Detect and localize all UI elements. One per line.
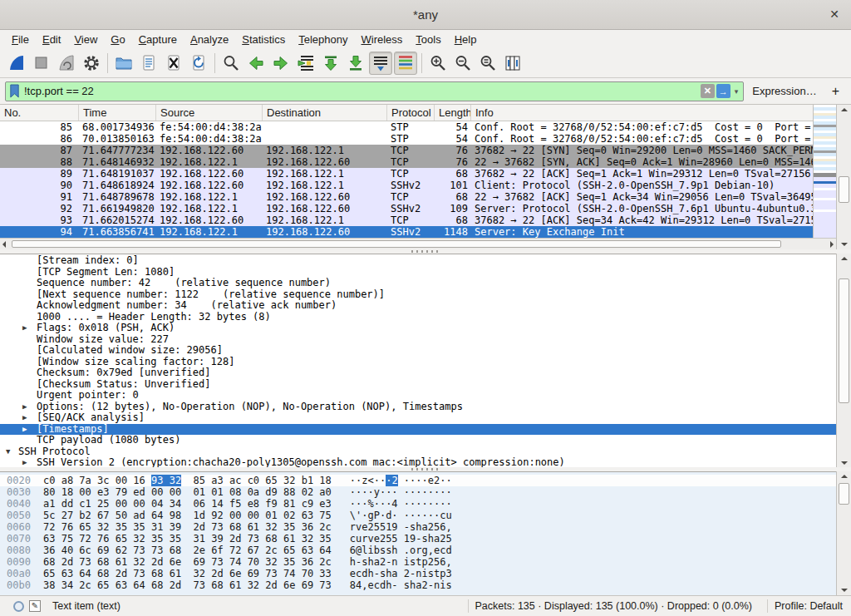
detail-line[interactable]: [Checksum Status: Unverified]: [0, 379, 836, 391]
hex-ascii[interactable]: curve255 19-sha25: [350, 533, 452, 545]
detail-line[interactable]: [Window size scaling factor: 128]: [0, 357, 836, 368]
filter-clear-button[interactable]: ✕: [701, 84, 715, 98]
packet-row[interactable]: 8871.648146932192.168.122.1192.168.122.6…: [0, 156, 813, 168]
detail-line[interactable]: [Stream index: 0]: [0, 255, 836, 267]
detail-line[interactable]: ▶[SEQ/ACK analysis]: [0, 412, 836, 424]
hex-ascii[interactable]: \'·gP·d· ······cu: [350, 510, 452, 521]
find-packet-button[interactable]: [219, 52, 243, 75]
hex-row[interactable]: 0040a1 dd c1 25 00 00 04 34 06 14 f5 e8 …: [0, 498, 836, 510]
menu-view[interactable]: View: [67, 32, 104, 47]
detail-line[interactable]: Acknowledgment number: 34 (relative ack …: [0, 300, 836, 312]
menu-analyze[interactable]: Analyze: [184, 32, 235, 47]
hex-bytes[interactable]: 65 63 64 68 2d 73 68 61 32 2d 6e 69 73 7…: [43, 568, 332, 579]
detail-line[interactable]: Window size value: 227: [0, 334, 836, 346]
close-window-button[interactable]: ✕: [829, 7, 839, 21]
zoom-in-button[interactable]: [426, 52, 450, 75]
go-to-packet-button[interactable]: [294, 52, 317, 75]
expander-icon[interactable]: ▶: [22, 323, 34, 334]
packet-row[interactable]: 8568.001734936fe:54:00:d4:38:2aSTP54Conf…: [0, 121, 813, 133]
column-source[interactable]: Source: [156, 105, 263, 121]
column-no[interactable]: No.: [0, 105, 79, 121]
hex-bytes[interactable]: 68 2d 73 68 61 32 2d 6e 69 73 74 70 32 3…: [43, 556, 332, 568]
go-back-button[interactable]: [244, 52, 268, 75]
menu-help[interactable]: Help: [448, 32, 484, 47]
hex-ascii[interactable]: rve25519 -sha256,: [350, 521, 452, 533]
expander-icon[interactable]: ▶: [22, 402, 34, 413]
colorize-toggle[interactable]: [394, 52, 417, 75]
detail-line[interactable]: 1000 .... = Header Length: 32 bytes (8): [0, 312, 836, 323]
packet-row[interactable]: 8971.648191037192.168.122.60192.168.122.…: [0, 168, 813, 180]
packet-list-vscrollbar[interactable]: [836, 105, 851, 249]
go-last-packet-button[interactable]: [344, 52, 367, 75]
scroll-up-arrow[interactable]: [841, 475, 848, 478]
scroll-thumb[interactable]: [839, 483, 849, 505]
expert-info-icon[interactable]: [13, 601, 24, 612]
menu-statistics[interactable]: Statistics: [235, 32, 292, 47]
display-filter-input[interactable]: !tcp.port == 22: [21, 85, 699, 97]
go-forward-button[interactable]: [269, 52, 293, 75]
hex-ascii-highlight[interactable]: ·2: [386, 475, 397, 486]
hex-row[interactable]: 003080 18 00 e3 79 ed 00 00 01 01 08 0a …: [0, 486, 836, 498]
packet-row[interactable]: 9171.648789678192.168.122.1192.168.122.6…: [0, 191, 813, 203]
go-first-packet-button[interactable]: [319, 52, 342, 75]
hex-row[interactable]: 009068 2d 73 68 61 32 2d 6e 69 73 74 70 …: [0, 556, 836, 568]
scroll-thumb[interactable]: [839, 278, 849, 403]
detail-line[interactable]: [TCP Segment Len: 1080]: [0, 267, 836, 278]
hex-bytes-highlight[interactable]: 93 32: [151, 475, 181, 486]
menu-edit[interactable]: Edit: [36, 32, 67, 47]
expander-icon[interactable]: ▶: [22, 424, 34, 436]
menu-tools[interactable]: Tools: [409, 32, 447, 47]
restart-capture-button[interactable]: [55, 52, 78, 75]
zoom-reset-button[interactable]: [476, 52, 499, 75]
detail-line[interactable]: Sequence number: 42 (relative sequence n…: [0, 278, 836, 289]
hex-bytes[interactable]: 72 76 65 32 35 35 31 39 2d 73 68 61 32 3…: [43, 521, 332, 533]
display-filter-field[interactable]: !tcp.port == 22 ✕ → ▾: [5, 81, 744, 101]
packet-row-selected[interactable]: 9471.663856741192.168.122.1192.168.122.6…: [0, 226, 813, 238]
hex-row[interactable]: 008036 40 6c 69 62 73 73 68 2e 6f 72 67 …: [0, 545, 836, 556]
zoom-out-button[interactable]: [451, 52, 475, 75]
bytes-vscrollbar[interactable]: [836, 471, 851, 595]
hex-ascii[interactable]: ···%···4 ········: [350, 498, 452, 510]
hex-ascii[interactable]: ····y··· ········: [350, 486, 452, 498]
column-time[interactable]: Time: [79, 105, 156, 121]
packet-row[interactable]: 8771.647777234192.168.122.60192.168.122.…: [0, 145, 813, 156]
filter-history-dropdown[interactable]: ▾: [735, 87, 739, 96]
menu-capture[interactable]: Capture: [132, 32, 184, 47]
resize-columns-button[interactable]: [501, 52, 524, 75]
packet-row[interactable]: 9271.661949820192.168.122.1192.168.122.6…: [0, 203, 813, 214]
detail-line[interactable]: Urgent pointer: 0: [0, 390, 836, 402]
hex-row[interactable]: 00505c 27 b2 67 50 ad 64 98 1d 92 00 00 …: [0, 510, 836, 521]
detail-line[interactable]: TCP payload (1080 bytes): [0, 435, 836, 446]
stop-capture-button[interactable]: [30, 52, 53, 75]
detail-line-selected[interactable]: ▶[Timestamps]: [0, 424, 836, 436]
capture-comment-icon[interactable]: [29, 600, 41, 612]
hex-row[interactable]: 007063 75 72 76 65 32 35 35 31 39 2d 73 …: [0, 533, 836, 545]
scroll-thumb[interactable]: [839, 176, 849, 203]
auto-scroll-toggle[interactable]: [369, 52, 392, 75]
hex-bytes[interactable]: 85 a3 ac c0 65 32 b1 18: [181, 475, 332, 486]
close-file-button[interactable]: [162, 52, 185, 75]
filter-apply-button[interactable]: →: [716, 84, 730, 98]
start-capture-button[interactable]: [5, 52, 28, 75]
detail-line[interactable]: ▶Options: (12 bytes), No-Operation (NOP)…: [0, 402, 836, 413]
menu-telephony[interactable]: Telephony: [292, 32, 354, 47]
scroll-thumb[interactable]: [12, 240, 781, 248]
hex-bytes[interactable]: a1 dd c1 25 00 00 04 34 06 14 f5 e8 f9 8…: [43, 498, 332, 510]
scroll-up-arrow[interactable]: [841, 108, 848, 111]
hex-row[interactable]: 00b038 34 2c 65 63 64 68 2d 73 68 61 32 …: [0, 579, 836, 591]
title-bar[interactable]: *any ✕: [0, 0, 851, 30]
detail-line[interactable]: [Calculated window size: 29056]: [0, 345, 836, 357]
hex-row[interactable]: 00a065 63 64 68 2d 73 68 61 32 2d 6e 69 …: [0, 568, 836, 579]
column-info[interactable]: Info: [471, 105, 813, 121]
detail-line[interactable]: [Next sequence number: 1122 (relative se…: [0, 289, 836, 301]
detail-line[interactable]: ▼SSH Protocol: [0, 446, 836, 458]
hex-ascii[interactable]: ··z<··: [350, 475, 386, 486]
detail-line[interactable]: Checksum: 0x79ed [unverified]: [0, 367, 836, 379]
menu-wireless[interactable]: Wireless: [355, 32, 410, 47]
hex-bytes[interactable]: c0 a8 7a 3c 00 16: [43, 475, 151, 486]
reload-file-button[interactable]: [187, 52, 210, 75]
hex-bytes[interactable]: 5c 27 b2 67 50 ad 64 98 1d 92 00 00 01 0…: [43, 510, 332, 521]
column-destination[interactable]: Destination: [263, 105, 387, 121]
open-file-button[interactable]: [112, 52, 135, 75]
scroll-up-arrow[interactable]: [841, 257, 848, 260]
